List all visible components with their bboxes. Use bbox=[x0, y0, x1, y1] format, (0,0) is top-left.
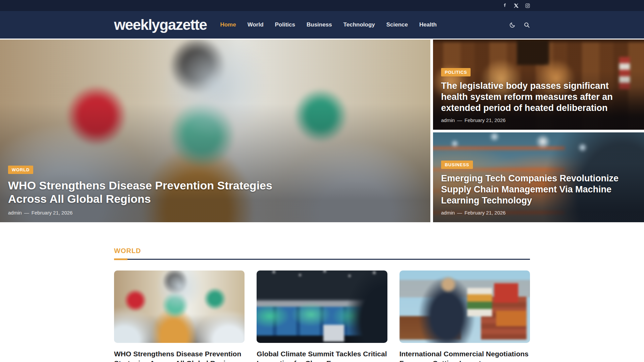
section-divider bbox=[114, 259, 530, 260]
hero-article[interactable]: WORLD WHO Strengthens Disease Prevention… bbox=[0, 40, 430, 222]
card-title-trade[interactable]: International Commercial Negotiations Fo… bbox=[399, 349, 530, 362]
category-badge-business[interactable]: BUSINESS bbox=[441, 161, 473, 169]
world-article-cards: WHO Strengthens Disease Prevention Strat… bbox=[114, 270, 530, 362]
site-header: weeklygazette Home World Politics Busine… bbox=[0, 11, 644, 39]
politics-article-meta: admin — February 21, 2026 bbox=[441, 117, 635, 123]
topbar bbox=[0, 0, 644, 11]
card-image-trade[interactable] bbox=[399, 270, 530, 343]
featured-section: WORLD WHO Strengthens Disease Prevention… bbox=[0, 40, 644, 222]
main-nav: Home World Politics Business Technology … bbox=[220, 21, 437, 28]
hero-article-meta: admin — February 21, 2026 bbox=[8, 210, 421, 216]
secondary-article-politics[interactable]: POLITICS The legislative body passes sig… bbox=[433, 40, 644, 130]
card-title-climate[interactable]: Global Climate Summit Tackles Critical I… bbox=[257, 349, 387, 362]
article-date: February 21, 2026 bbox=[465, 117, 506, 123]
secondary-article-business[interactable]: BUSINESS Emerging Tech Companies Revolut… bbox=[433, 132, 644, 223]
article-card[interactable]: WHO Strengthens Disease Prevention Strat… bbox=[114, 270, 245, 362]
nav-item-technology[interactable]: Technology bbox=[343, 21, 375, 28]
meta-separator: — bbox=[457, 117, 462, 123]
world-section: WORLD WHO Strengthens Disease Prevention… bbox=[114, 247, 530, 362]
nav-item-business[interactable]: Business bbox=[307, 21, 332, 28]
article-card[interactable]: Global Climate Summit Tackles Critical I… bbox=[257, 270, 387, 362]
business-article-title[interactable]: Emerging Tech Companies Revolutionize Su… bbox=[441, 173, 635, 206]
meta-separator: — bbox=[457, 210, 462, 216]
nav-item-science[interactable]: Science bbox=[386, 21, 408, 28]
article-date: February 21, 2026 bbox=[32, 210, 73, 216]
nav-item-world[interactable]: World bbox=[248, 21, 264, 28]
nav-item-health[interactable]: Health bbox=[419, 21, 437, 28]
category-badge-politics[interactable]: POLITICS bbox=[441, 68, 471, 76]
card-image-climate[interactable] bbox=[257, 270, 387, 343]
instagram-icon[interactable] bbox=[525, 3, 530, 8]
article-date: February 21, 2026 bbox=[465, 210, 506, 216]
article-card[interactable]: International Commercial Negotiations Fo… bbox=[399, 270, 530, 362]
author-link[interactable]: admin bbox=[441, 117, 455, 123]
card-title-who[interactable]: WHO Strengthens Disease Prevention Strat… bbox=[114, 349, 245, 362]
nav-item-politics[interactable]: Politics bbox=[275, 21, 295, 28]
business-article-meta: admin — February 21, 2026 bbox=[441, 210, 635, 216]
nav-item-home[interactable]: Home bbox=[220, 21, 236, 28]
category-badge-world[interactable]: WORLD bbox=[8, 166, 33, 174]
search-icon[interactable] bbox=[524, 22, 530, 28]
politics-article-title[interactable]: The legislative body passes significant … bbox=[441, 80, 635, 114]
card-image-who[interactable] bbox=[114, 270, 245, 343]
world-section-heading: WORLD bbox=[114, 247, 530, 255]
facebook-icon[interactable] bbox=[502, 3, 507, 8]
moon-icon[interactable] bbox=[509, 22, 516, 28]
author-link[interactable]: admin bbox=[8, 210, 22, 216]
author-link[interactable]: admin bbox=[441, 210, 455, 216]
meta-separator: — bbox=[24, 210, 29, 216]
x-twitter-icon[interactable] bbox=[514, 3, 519, 8]
site-logo[interactable]: weeklygazette bbox=[114, 16, 207, 33]
hero-article-title[interactable]: WHO Strengthens Disease Prevention Strat… bbox=[8, 179, 303, 205]
